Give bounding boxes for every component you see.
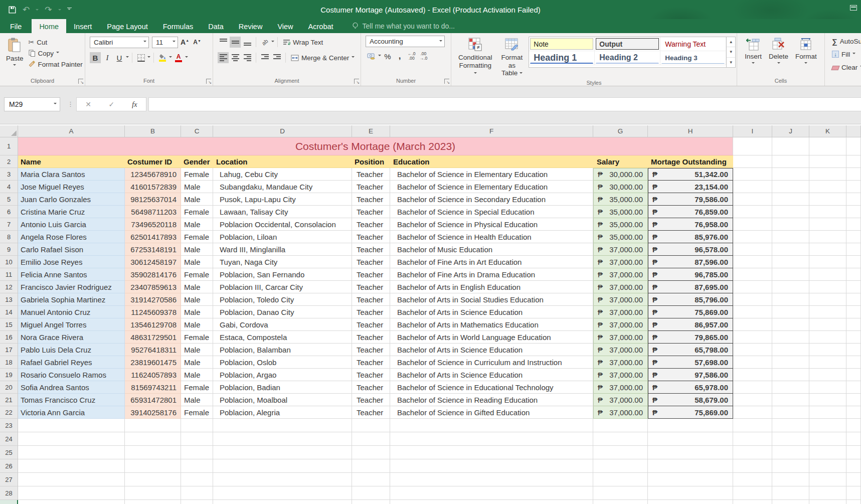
cell-K10[interactable] xyxy=(809,256,846,268)
cell-E22[interactable]: Teacher xyxy=(352,406,390,419)
clipboard-dialog-launcher-icon[interactable]: ↘ xyxy=(78,79,83,84)
cell-E19[interactable]: Teacher xyxy=(352,369,390,381)
tab-home[interactable]: Home xyxy=(32,19,66,33)
cell-A19[interactable]: Rosario Consuelo Ramos xyxy=(18,369,125,381)
cell-L9[interactable] xyxy=(846,243,861,256)
merge-center-button[interactable]: Merge & Center xyxy=(289,52,357,63)
cell-K9[interactable] xyxy=(809,243,846,256)
cell-G8[interactable]: ₱35,000.00 xyxy=(593,231,648,243)
row-header-26[interactable]: 26 xyxy=(0,459,18,473)
cell-J5[interactable] xyxy=(772,193,809,206)
cell-L14[interactable] xyxy=(846,306,861,318)
cell-G19[interactable]: ₱37,000.00 xyxy=(593,369,648,381)
cell-A15[interactable]: Miguel Angel Torres xyxy=(18,318,125,331)
underline-dropdown-icon[interactable] xyxy=(126,56,129,59)
cell-F25[interactable] xyxy=(390,446,593,459)
row-header-8[interactable]: 8 xyxy=(0,231,18,243)
cell-H22[interactable]: ₱75,869.00 xyxy=(648,406,733,419)
row-header-11[interactable]: 11 xyxy=(0,268,18,281)
cell-F13[interactable]: Bachelor of Arts in Social Studies Educa… xyxy=(390,293,593,306)
cell-B13[interactable]: 31914270586 xyxy=(125,293,181,306)
row-header-9[interactable]: 9 xyxy=(0,243,18,256)
cell-C21[interactable]: Male xyxy=(181,394,213,406)
tab-review[interactable]: Review xyxy=(231,19,270,33)
cell-F12[interactable]: Bachelor of Arts in English Education xyxy=(390,281,593,293)
cell-I29[interactable] xyxy=(733,500,772,504)
cell-E5[interactable]: Teacher xyxy=(352,193,390,206)
cell-C18[interactable]: Male xyxy=(181,356,213,369)
row-header-13[interactable]: 13 xyxy=(0,293,18,306)
cell-H20[interactable]: ₱65,978.00 xyxy=(648,381,733,394)
cell-D17[interactable]: Poblacion, Balamban xyxy=(213,344,352,356)
cell-F10[interactable]: Bachelor of Fine Arts in Art Education xyxy=(390,256,593,268)
cell-H2[interactable]: Mortage Outstanding xyxy=(648,155,733,168)
cell-I8[interactable] xyxy=(733,231,772,243)
row-header-2[interactable]: 2 xyxy=(0,155,18,168)
cell-J13[interactable] xyxy=(772,293,809,306)
cell-K24[interactable] xyxy=(809,432,846,446)
cell-K29[interactable] xyxy=(809,500,846,504)
style-warning-text[interactable]: Warning Text xyxy=(660,37,726,51)
cell-H4[interactable]: ₱23,154.00 xyxy=(648,181,733,193)
cut-button[interactable]: ✂ Cut xyxy=(27,37,85,48)
accounting-format-button[interactable] xyxy=(366,51,377,62)
cell-J26[interactable] xyxy=(772,459,809,473)
cell-C28[interactable] xyxy=(181,486,213,500)
cell-I21[interactable] xyxy=(733,394,772,406)
cell-E27[interactable] xyxy=(352,473,390,486)
format-as-table-button[interactable]: Format as Table xyxy=(498,36,526,79)
cell-K22[interactable] xyxy=(809,406,846,419)
clear-button[interactable]: Clear xyxy=(830,62,861,73)
cell-I11[interactable] xyxy=(733,268,772,281)
font-color-dropdown-icon[interactable] xyxy=(185,56,188,59)
col-header-K[interactable]: K xyxy=(809,125,846,137)
insert-function-icon[interactable]: fx xyxy=(132,100,137,109)
row-header-28[interactable]: 28 xyxy=(0,486,18,500)
cell-E8[interactable]: Teacher xyxy=(352,231,390,243)
cell-A21[interactable]: Tomas Francisco Cruz xyxy=(18,394,125,406)
cell-I23[interactable] xyxy=(733,419,772,432)
cell-I16[interactable] xyxy=(733,331,772,344)
cell-K13[interactable] xyxy=(809,293,846,306)
cell-K14[interactable] xyxy=(809,306,846,318)
paste-button[interactable]: Paste xyxy=(3,36,27,77)
cell-E16[interactable]: Teacher xyxy=(352,331,390,344)
cell-F26[interactable] xyxy=(390,459,593,473)
col-header-G[interactable]: G xyxy=(593,125,648,137)
cell-I13[interactable] xyxy=(733,293,772,306)
cell-K27[interactable] xyxy=(809,473,846,486)
cell-B25[interactable] xyxy=(125,446,181,459)
conditional-formatting-dropdown-icon[interactable] xyxy=(474,72,477,75)
cell-F5[interactable]: Bachelor of Science in Secondary Educati… xyxy=(390,193,593,206)
cell-I2[interactable] xyxy=(733,155,772,168)
cell-C6[interactable]: Female xyxy=(181,206,213,218)
cell-G10[interactable]: ₱37,000.00 xyxy=(593,256,648,268)
autosum-button[interactable]: ∑ AutoSum xyxy=(830,36,861,47)
row-header-17[interactable]: 17 xyxy=(0,344,18,356)
select-all-corner[interactable] xyxy=(0,125,18,137)
cell-F21[interactable]: Bachelor of Science in Reading Education xyxy=(390,394,593,406)
cell-C27[interactable] xyxy=(181,473,213,486)
cell-H17[interactable]: ₱65,798.00 xyxy=(648,344,733,356)
cell-J20[interactable] xyxy=(772,381,809,394)
cell-G12[interactable]: ₱37,000.00 xyxy=(593,281,648,293)
cell-A16[interactable]: Nora Grace Rivera xyxy=(18,331,125,344)
col-header-B[interactable]: B xyxy=(125,125,181,137)
row-header-19[interactable]: 19 xyxy=(0,369,18,381)
cell-A17[interactable]: Pablo Luis Dela Cruz xyxy=(18,344,125,356)
cell-I6[interactable] xyxy=(733,206,772,218)
align-top-button[interactable] xyxy=(218,37,229,48)
cell-L2[interactable] xyxy=(846,155,861,168)
cell-L4[interactable] xyxy=(846,181,861,193)
row-header-15[interactable]: 15 xyxy=(0,318,18,331)
cell-I7[interactable] xyxy=(733,218,772,231)
cell-B15[interactable]: 13546129708 xyxy=(125,318,181,331)
align-center-button[interactable] xyxy=(230,52,241,63)
col-header-F[interactable]: F xyxy=(390,125,593,137)
cell-B22[interactable]: 39140258176 xyxy=(125,406,181,419)
cell-D26[interactable] xyxy=(213,459,352,473)
cell-E14[interactable]: Teacher xyxy=(352,306,390,318)
col-header-H[interactable]: H xyxy=(648,125,733,137)
redo-icon[interactable]: ↷ xyxy=(45,6,52,14)
cell-A27[interactable] xyxy=(18,473,125,486)
